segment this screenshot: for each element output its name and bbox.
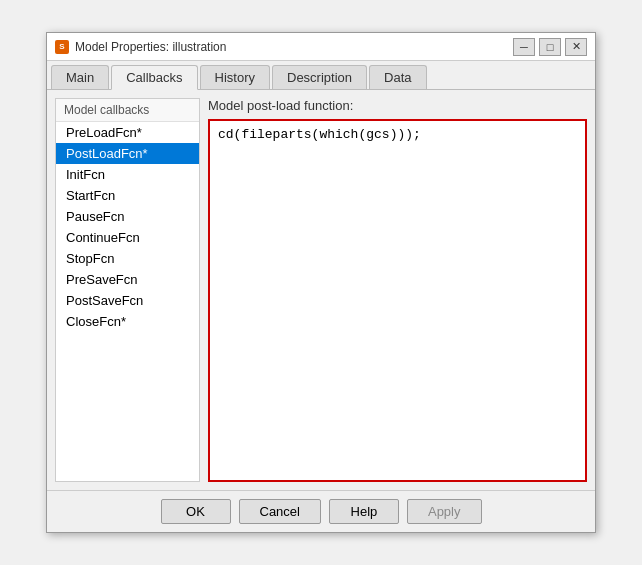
apply-button[interactable]: Apply (407, 499, 482, 524)
window-icon: S (55, 40, 69, 54)
callback-presavefcn[interactable]: PreSaveFcn (56, 269, 199, 290)
cancel-button[interactable]: Cancel (239, 499, 321, 524)
close-button[interactable]: ✕ (565, 38, 587, 56)
title-bar-controls: ─ □ ✕ (513, 38, 587, 56)
callback-initfcn[interactable]: InitFcn (56, 164, 199, 185)
bottom-bar: OK Cancel Help Apply (47, 490, 595, 532)
code-editor[interactable] (208, 119, 587, 482)
callback-continuefcn[interactable]: ContinueFcn (56, 227, 199, 248)
tab-data[interactable]: Data (369, 65, 426, 89)
left-panel: Model callbacks PreLoadFcn* PostLoadFcn*… (55, 98, 200, 482)
main-window: S Model Properties: illustration ─ □ ✕ M… (46, 32, 596, 533)
tab-main[interactable]: Main (51, 65, 109, 89)
window-title: Model Properties: illustration (75, 40, 226, 54)
callback-postloadfcn[interactable]: PostLoadFcn* (56, 143, 199, 164)
panel-header: Model callbacks (56, 99, 199, 122)
callback-preloadfcn[interactable]: PreLoadFcn* (56, 122, 199, 143)
right-panel: Model post-load function: (208, 98, 587, 482)
ok-button[interactable]: OK (161, 499, 231, 524)
title-bar-left: S Model Properties: illustration (55, 40, 226, 54)
callback-postsavefcn[interactable]: PostSaveFcn (56, 290, 199, 311)
tab-description[interactable]: Description (272, 65, 367, 89)
right-panel-label: Model post-load function: (208, 98, 587, 113)
help-button[interactable]: Help (329, 499, 399, 524)
maximize-button[interactable]: □ (539, 38, 561, 56)
callback-closefcn[interactable]: CloseFcn* (56, 311, 199, 332)
minimize-button[interactable]: ─ (513, 38, 535, 56)
tab-callbacks[interactable]: Callbacks (111, 65, 197, 90)
callback-pausefcn[interactable]: PauseFcn (56, 206, 199, 227)
tab-bar: Main Callbacks History Description Data (47, 61, 595, 90)
callback-stopfcn[interactable]: StopFcn (56, 248, 199, 269)
tab-history[interactable]: History (200, 65, 270, 89)
title-bar: S Model Properties: illustration ─ □ ✕ (47, 33, 595, 61)
callback-startfcn[interactable]: StartFcn (56, 185, 199, 206)
content-area: Model callbacks PreLoadFcn* PostLoadFcn*… (47, 90, 595, 490)
